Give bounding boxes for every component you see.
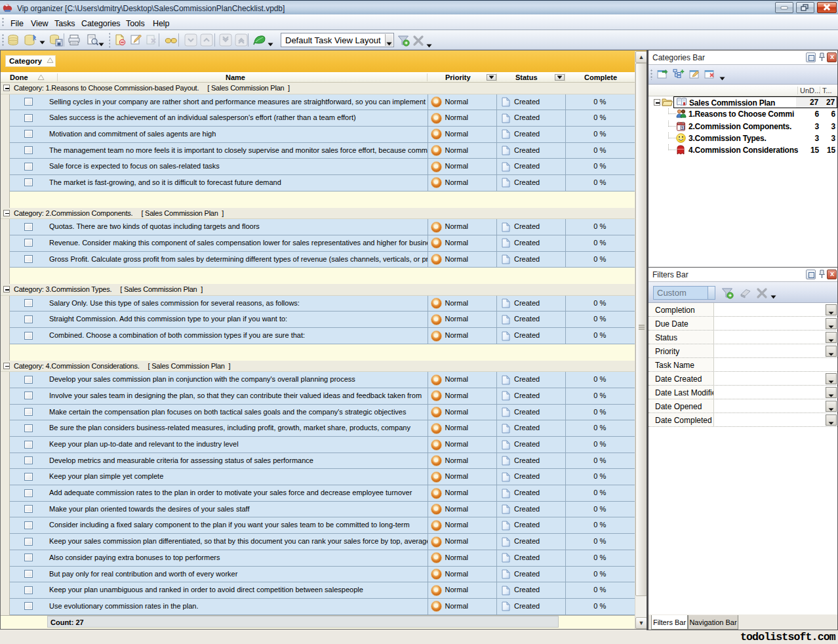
svg-text:5: 5 [681, 125, 683, 129]
